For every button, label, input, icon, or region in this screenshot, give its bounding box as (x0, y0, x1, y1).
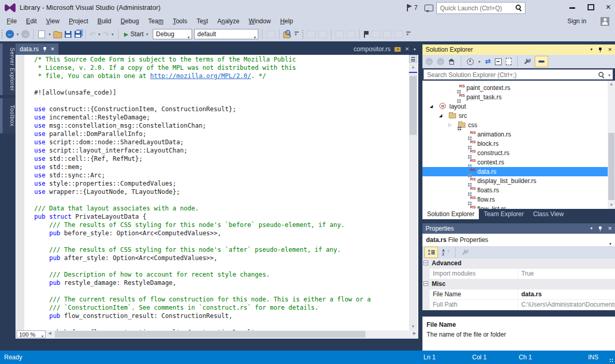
menu-team[interactable]: Team (143, 16, 168, 27)
navigate-back-dropdown-icon[interactable]: ▾ (16, 32, 19, 37)
quick-launch-input[interactable] (439, 3, 512, 13)
sync-with-active-document-icon[interactable]: ⇄ (485, 58, 491, 65)
tree-item-block-rs[interactable]: RSblock.rs (422, 139, 608, 148)
tree-vertical-scrollbar[interactable]: ▲ ▼ (608, 81, 615, 209)
alphabetical-sort-icon[interactable]: AZ (442, 249, 449, 256)
save-button[interactable] (65, 31, 71, 38)
editor-vertical-scrollbar[interactable]: ▲ ▼ (409, 64, 417, 330)
redo-dropdown-icon[interactable]: ▾ (111, 32, 114, 37)
notifications-count[interactable]: 7 (414, 4, 418, 11)
bottom-tab-class-view[interactable]: Class View (529, 209, 568, 219)
start-dropdown-icon[interactable]: ▾ (145, 32, 149, 37)
preview-tab-compositor-rs[interactable]: compositor.rs × ▾ (354, 43, 416, 55)
property-row-file-name[interactable]: File Namedata.rs (422, 290, 615, 300)
window-position-dropdown-icon[interactable]: ▾ (590, 223, 593, 234)
menu-view[interactable]: View (41, 16, 64, 27)
menu-debug[interactable]: Debug (116, 16, 143, 27)
solution-platform-combo[interactable]: default ▾ (194, 29, 258, 39)
tree-item-paint_task-rs[interactable]: RSpaint_task.rs (422, 93, 608, 102)
pending-changes-filter-icon[interactable] (467, 58, 474, 65)
tree-item-construct-rs[interactable]: RSconstruct.rs (422, 148, 608, 158)
menu-window[interactable]: Window (244, 16, 275, 27)
window-position-dropdown-icon[interactable]: ▾ (590, 44, 593, 55)
minimize-button[interactable] (563, 0, 581, 13)
categorized-view-toggle[interactable] (424, 247, 438, 258)
properties-wrench-icon[interactable] (523, 58, 531, 65)
toggle-bookmark-button[interactable] (363, 31, 369, 38)
pin-icon[interactable] (42, 47, 47, 52)
property-value[interactable]: C:\Users\Administrator\Documents (518, 300, 615, 310)
menu-analyze[interactable]: Analyze (213, 16, 244, 27)
scroll-up-icon[interactable]: ▲ (409, 64, 417, 71)
code-area[interactable]: /* This Source Code Form is subject to t… (34, 55, 407, 330)
find-in-files-button[interactable] (283, 30, 291, 38)
toolbar-overflow-button[interactable] (294, 30, 300, 38)
tree-item-src[interactable]: ◢src (422, 111, 608, 120)
scroll-down-icon[interactable]: ▼ (608, 202, 615, 209)
properties-object-combo[interactable]: data.rs File Properties ▾ (422, 234, 615, 246)
scrollbar-thumb[interactable] (55, 331, 365, 338)
sign-in-link[interactable]: Sign in (567, 18, 587, 25)
tree-item-context-rs[interactable]: RScontext.rs (422, 158, 608, 167)
tree-item-flow-rs[interactable]: RSflow.rs (422, 195, 608, 204)
menu-build[interactable]: Build (93, 16, 116, 27)
expand-arrow-icon[interactable]: ▷ (448, 123, 451, 128)
quick-launch-box[interactable] (436, 2, 525, 14)
navigate-forward-button[interactable]: → (21, 30, 30, 38)
tree-item-floats-rs[interactable]: RSfloats.rs (422, 186, 608, 195)
close-tab-icon[interactable]: × (51, 46, 55, 52)
code-editor[interactable]: /* This Source Code Form is subject to t… (16, 55, 418, 339)
resize-grip[interactable] (609, 358, 613, 362)
property-value[interactable]: data.rs (518, 290, 615, 299)
sidebar-tab-toolbox[interactable]: Toolbox (0, 98, 16, 133)
property-value[interactable]: True (518, 269, 615, 279)
solution-explorer-title-bar[interactable]: Solution Explorer ▾ × (422, 44, 615, 55)
bottom-tab-solution-explorer[interactable]: Solution Explorer (422, 209, 479, 219)
show-all-files-icon[interactable] (506, 58, 511, 65)
solution-tree[interactable]: RSpaint_context.rsRSpaint_task.rs◢Rlayou… (422, 81, 615, 209)
feedback-icon[interactable] (424, 5, 433, 11)
scrollbar-thumb[interactable] (409, 76, 417, 135)
preview-selected-items-toggle[interactable] (535, 56, 548, 67)
collapse-box-icon[interactable] (423, 261, 428, 265)
undo-dropdown-icon[interactable]: ▾ (98, 32, 101, 37)
menu-help[interactable]: Help (275, 16, 298, 27)
toolbar-grip[interactable] (302, 29, 304, 39)
redo-button[interactable]: ↷ (103, 30, 109, 38)
home-icon[interactable] (448, 58, 455, 65)
search-dropdown-icon[interactable]: ▾ (608, 73, 611, 78)
solution-config-combo[interactable]: Debug ▾ (153, 29, 192, 39)
tree-item-paint_context-rs[interactable]: RSpaint_context.rs (422, 83, 608, 93)
scrollbar-thumb[interactable] (608, 133, 614, 200)
editor-zoom-combo[interactable]: 100 % ▾ (17, 330, 46, 338)
toolbar-grip[interactable] (1, 29, 4, 39)
navigate-back-button[interactable]: ← (6, 30, 14, 38)
solution-search-input[interactable] (426, 70, 594, 80)
menu-tools[interactable]: Tools (168, 16, 192, 27)
tree-item-data-rs[interactable]: RSdata.rs (422, 167, 608, 176)
pin-icon[interactable] (598, 47, 603, 53)
collapse-box-icon[interactable] (423, 281, 428, 286)
new-file-dropdown-icon[interactable]: ▾ (48, 32, 51, 37)
keep-open-icon[interactable] (394, 47, 401, 52)
properties-title-bar[interactable]: Properties ▾ × (422, 223, 615, 234)
collapse-arrow-icon[interactable]: ◢ (439, 113, 442, 118)
scroll-down-icon[interactable]: ▼ (409, 323, 417, 330)
tab-data-rs[interactable]: data.rs × (16, 43, 58, 55)
menu-project[interactable]: Project (64, 16, 93, 27)
open-file-button[interactable] (53, 32, 62, 38)
tree-item-layout[interactable]: ◢Rlayout (422, 102, 608, 111)
property-category-advanced[interactable]: Advanced (422, 259, 615, 269)
menu-test[interactable]: Test (192, 16, 213, 27)
editor-horizontal-scrollbar[interactable]: 100 % ▾ ◀ ▶ (16, 330, 418, 339)
tree-item-display_list_builder-rs[interactable]: RSdisplay_list_builder.rs (422, 176, 608, 186)
start-debug-button[interactable]: ▶ Start ▾ (122, 31, 151, 38)
menu-edit[interactable]: Edit (21, 16, 41, 27)
pin-icon[interactable] (598, 226, 603, 232)
sidebar-tab-server-explorer[interactable]: Server Explorer (0, 43, 16, 95)
close-panel-icon[interactable]: × (608, 47, 612, 53)
filter-dropdown-icon[interactable]: ▾ (478, 59, 481, 64)
undo-button[interactable]: ↶ (90, 30, 96, 38)
scroll-right-icon[interactable]: ▶ (413, 331, 416, 336)
maximize-button[interactable] (582, 0, 599, 13)
